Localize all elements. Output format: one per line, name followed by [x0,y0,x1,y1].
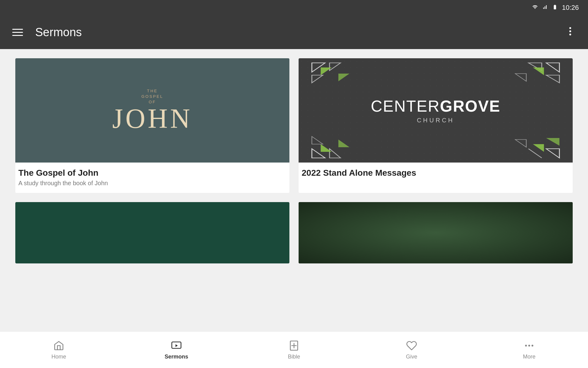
svg-marker-20 [533,144,544,152]
svg-point-0 [569,27,571,29]
nav-item-bible[interactable]: Bible [263,339,325,360]
battery-icon [551,4,559,11]
svg-marker-10 [546,75,559,83]
nav-label-give: Give [406,354,417,360]
nav-label-more: More [523,354,535,360]
nav-item-more[interactable]: More [499,339,560,360]
sermon-thumbnail-john: THE GOSPEL OF JOHN [15,58,289,163]
hamburger-line [12,32,23,33]
sermon-card-4[interactable] [299,202,573,263]
sermon-info-john: The Gospel of John A study through the b… [15,163,289,193]
hamburger-line [12,29,23,30]
svg-marker-21 [515,140,526,147]
main-content: THE GOSPEL OF JOHN The Gospel of John A … [0,49,588,331]
centergrove-church: CHURCH [371,117,501,124]
page-title: Sermons [35,26,552,39]
nav-label-bible: Bible [288,354,300,360]
svg-marker-16 [338,140,349,147]
svg-marker-7 [338,74,349,81]
nav-item-give[interactable]: Give [381,339,442,360]
svg-marker-8 [546,63,559,72]
more-options-button[interactable] [562,23,579,42]
svg-point-1 [569,30,571,32]
svg-marker-4 [330,63,341,71]
svg-point-2 [569,34,571,36]
status-time: 10:26 [562,4,579,12]
home-icon [53,339,65,352]
sermon-thumbnail-centergrove: CENTERGROVE CHURCH [299,58,573,163]
hamburger-line [12,35,23,36]
svg-marker-19 [529,149,542,158]
signal-icon [542,4,548,11]
sermon-card-john[interactable]: THE GOSPEL OF JOHN The Gospel of John A … [15,58,289,193]
status-bar: 10:26 [0,0,588,15]
nav-label-sermons: Sermons [164,354,188,360]
bottom-nav: Home Sermons Bible Give [0,331,588,368]
bible-icon [288,339,300,352]
svg-marker-18 [546,149,559,158]
sermon-series-title-john: The Gospel of John [18,168,286,178]
svg-marker-17 [312,136,323,144]
centergrove-name: CENTERGROVE [371,97,501,115]
svg-marker-11 [533,67,544,75]
svg-marker-5 [312,75,323,83]
status-icons: 10:26 [531,4,579,12]
nav-item-home[interactable]: Home [28,339,89,360]
nav-label-home: Home [51,354,66,360]
john-small-text: THE GOSPEL OF [112,88,192,105]
svg-point-28 [525,345,527,347]
centergrove-text: CENTERGROVE CHURCH [371,97,501,124]
sermons-icon [170,339,183,352]
svg-marker-12 [515,74,526,81]
svg-marker-22 [546,138,559,146]
sermon-thumbnail-4 [299,202,573,263]
svg-marker-24 [175,344,178,347]
svg-marker-14 [330,149,341,158]
nav-item-sermons[interactable]: Sermons [146,339,207,360]
sermon-series-subtitle-john: A study through the book of John [18,180,286,187]
sermon-grid: THE GOSPEL OF JOHN The Gospel of John A … [15,58,573,263]
svg-point-29 [528,345,530,347]
svg-marker-15 [321,144,332,152]
sermon-info-centergrove: 2022 Stand Alone Messages [299,163,573,186]
john-title: JOHN [112,105,192,132]
svg-point-30 [532,345,533,347]
sermon-thumbnail-3 [15,202,289,263]
app-bar: Sermons [0,15,588,49]
hamburger-menu-button[interactable] [9,26,26,39]
wifi-icon [531,4,539,11]
sermon-card-centergrove[interactable]: CENTERGROVE CHURCH 2022 Stand Alone Mess… [299,58,573,193]
give-icon [405,339,418,352]
svg-marker-6 [321,67,332,75]
sermon-card-3[interactable] [15,202,289,263]
sermon-series-title-centergrove: 2022 Stand Alone Messages [302,168,570,178]
more-icon [523,339,535,352]
